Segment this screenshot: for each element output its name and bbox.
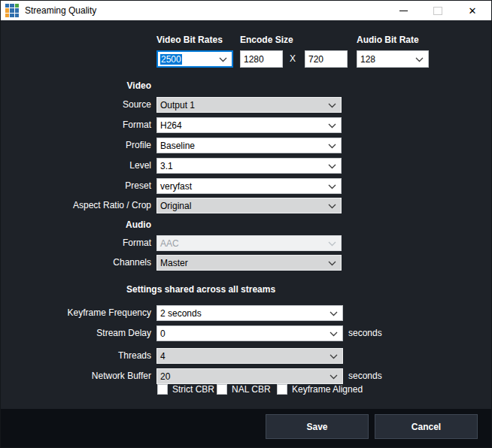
video-bit-rate-value: 2500 [160,54,182,65]
chevron-down-icon [415,57,424,62]
nal-cbr-checkbox[interactable]: NAL CBR [217,384,271,395]
checkbox-icon[interactable] [277,384,287,395]
channels-combobox[interactable]: Master [156,255,342,271]
audio-bit-rate-heading: Audio Bit Rate [357,35,419,45]
audio-format-label: Format [4,235,151,251]
aspect-ratio-crop-value: Original [160,201,191,211]
audio-bit-rate-combobox[interactable]: 128 [357,50,429,68]
channels-value: Master [160,258,188,268]
audio-format-combobox: AAC [156,235,342,251]
profile-combobox[interactable]: Baseline [156,138,342,153]
cancel-button[interactable]: Cancel [375,414,478,439]
profile-label: Profile [4,138,151,153]
profile-value: Baseline [160,141,195,151]
source-label: Source [4,97,151,113]
stream-delay-label: Stream Delay [4,325,151,341]
video-section-header: Video [4,80,151,91]
minimize-button[interactable] [386,1,421,20]
encode-height-input[interactable]: 720 [305,50,348,68]
preset-combobox[interactable]: veryfast [156,178,342,194]
threads-value: 4 [160,351,166,362]
maximize-icon [433,7,442,15]
keyframe-aligned-checkbox[interactable]: Keyframe Aligned [277,384,363,395]
audio-section-header: Audio [4,219,151,230]
chevron-down-icon [330,311,338,316]
keyframe-frequency-label: Keyframe Frequency [4,305,151,321]
level-combobox[interactable]: 3.1 [156,158,342,174]
network-buffer-suffix: seconds [348,368,382,384]
level-label: Level [4,158,151,174]
chevron-down-icon [330,331,338,337]
chevron-down-icon [328,241,336,247]
video-bit-rate-combobox[interactable]: 2500 [156,50,233,68]
stream-delay-combobox[interactable]: 0 [156,325,343,341]
preset-value: veryfast [160,181,192,192]
titlebar: Streaming Quality ✕ [1,1,491,20]
encode-width-input[interactable]: 1280 [240,50,283,68]
source-combobox[interactable]: Output 1 [156,97,342,113]
chevron-down-icon [330,374,338,380]
maximize-button [421,1,455,20]
network-buffer-combobox[interactable]: 20 [156,368,343,384]
chevron-down-icon [330,354,338,359]
aspect-ratio-crop-label: Aspect Ratio / Crop [4,198,151,213]
shared-settings-header: Settings shared across all streams [126,284,275,295]
chevron-down-icon [328,164,336,169]
preset-label: Preset [4,178,151,194]
format-value: H264 [160,120,182,131]
stream-delay-suffix: seconds [348,325,382,341]
audio-format-value: AAC [160,238,179,249]
app-logo-icon [5,4,19,17]
format-combobox[interactable]: H264 [156,117,342,133]
close-button[interactable]: ✕ [455,1,490,20]
threads-combobox[interactable]: 4 [156,348,343,364]
close-icon: ✕ [469,6,477,16]
nal-cbr-label: NAL CBR [232,384,271,395]
keyframe-aligned-label: Keyframe Aligned [292,384,363,395]
network-buffer-label: Network Buffer [4,368,151,384]
chevron-down-icon [219,57,227,62]
chevron-down-icon [328,144,336,149]
chevron-down-icon [328,123,336,129]
strict-cbr-label: Strict CBR [172,384,214,395]
checkbox-icon[interactable] [157,384,168,395]
strict-cbr-checkbox[interactable]: Strict CBR [157,384,214,395]
encode-size-heading: Encode Size [240,35,293,45]
format-label: Format [4,117,151,133]
footer-bar: Save Cancel [1,409,491,448]
keyframe-frequency-combobox[interactable]: 2 seconds [156,305,343,321]
minimize-icon [399,11,408,11]
chevron-down-icon [328,103,336,108]
source-value: Output 1 [160,100,195,110]
audio-bit-rate-value: 128 [360,54,375,65]
chevron-down-icon [328,184,336,189]
encode-size-separator: X [290,51,296,67]
window-title: Streaming Quality [25,5,96,16]
checkbox-icon[interactable] [217,384,227,395]
keyframe-frequency-value: 2 seconds [160,308,202,319]
level-value: 3.1 [160,161,173,171]
chevron-down-icon [328,204,336,209]
streaming-quality-dialog: Streaming Quality ✕ Video Bit Rates Enco… [0,0,492,448]
aspect-ratio-crop-combobox[interactable]: Original [156,198,342,213]
channels-label: Channels [4,255,151,271]
video-bit-rates-heading: Video Bit Rates [156,35,223,45]
save-button[interactable]: Save [266,414,369,439]
network-buffer-value: 20 [160,371,170,382]
threads-label: Threads [4,348,151,364]
chevron-down-icon [328,261,336,266]
stream-delay-value: 0 [160,328,166,339]
